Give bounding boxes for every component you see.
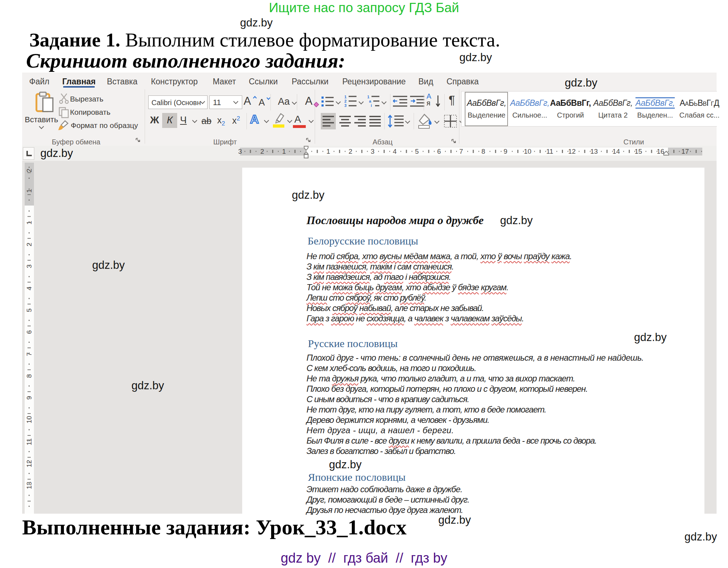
svg-text:1: 1 [344, 95, 346, 99]
svg-text:3: 3 [344, 103, 346, 108]
svg-text:i: i [371, 103, 372, 108]
svg-text:2: 2 [344, 99, 346, 103]
svg-text:a: a [369, 99, 372, 103]
svg-text:1: 1 [367, 95, 369, 99]
